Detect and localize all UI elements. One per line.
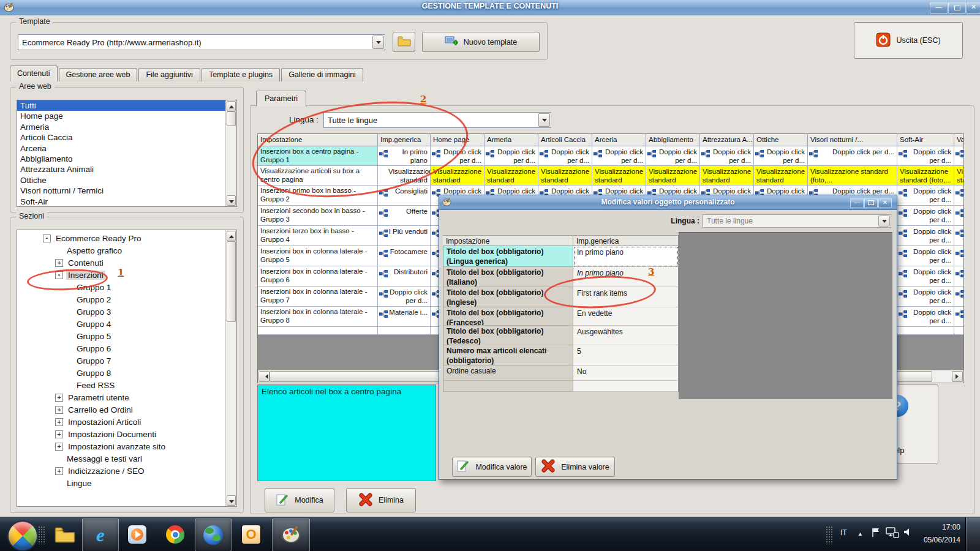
exit-button[interactable]: Uscita (ESC) — [854, 22, 963, 59]
grid-cell[interactable]: Visualizzazione standard (foto,... — [808, 166, 897, 186]
scroll-down-button[interactable] — [227, 495, 236, 506]
grid-cell[interactable]: Doppio click per d... — [954, 287, 964, 307]
grid-cell[interactable]: Doppio click per d... — [954, 206, 964, 226]
grid-row-name[interactable]: Inserzioni box a centro pagina - Gruppo … — [258, 146, 378, 166]
grid-cell[interactable]: Visualizzazione standard (foto,... — [484, 166, 538, 186]
dialog-setting-label[interactable]: Titolo del box (obbligatorio) (Lingua ge… — [443, 246, 573, 267]
tree-item-gruppo-4[interactable]: Gruppo 4 — [17, 318, 236, 330]
tab-file-aggiuntivi[interactable]: File aggiuntivi — [138, 68, 200, 81]
scroll-up-button[interactable] — [227, 231, 236, 241]
sezioni-tree[interactable]: -Ecommerce Ready ProAspetto grafico+Cont… — [17, 230, 237, 507]
template-combobox-arrow[interactable] — [372, 36, 384, 49]
taskbar-item-ie[interactable]: e — [82, 519, 119, 551]
tree-item-carrello-ed-ordini[interactable]: +Carrello ed Ordini — [17, 403, 236, 416]
expand-icon[interactable]: + — [55, 418, 63, 426]
grid-cell[interactable]: Doppio click per d... — [646, 146, 700, 166]
show-desktop-button[interactable] — [965, 517, 980, 551]
grid-column-header-arceria[interactable]: Arceria — [592, 134, 646, 146]
expand-icon[interactable]: + — [55, 394, 63, 402]
lingua-combobox-arrow[interactable] — [538, 113, 550, 127]
grid-cell[interactable]: Doppio click per d... — [484, 146, 538, 166]
grid-cell[interactable]: Doppio click per d... — [431, 146, 484, 166]
open-template-button[interactable] — [393, 32, 415, 52]
scrollbar-thumb[interactable] — [227, 111, 236, 126]
grid-cell[interactable]: Visualizzazione standard (foto,... — [592, 166, 646, 186]
dialog-setting-value[interactable]: In primo piano — [573, 246, 679, 267]
grid-cell[interactable]: Doppio click per d... — [897, 307, 954, 327]
list-item-visori-notturni-termici[interactable]: Visori notturni / Termici — [17, 186, 236, 196]
tree-item-contenuti[interactable]: +Contenuti — [17, 257, 236, 269]
dialog-setting-value[interactable]: En vedette — [573, 307, 679, 326]
expand-icon[interactable]: + — [55, 430, 63, 438]
grid-column-header-va[interactable]: Va — [954, 134, 964, 146]
grid-column-header-soft-air[interactable]: Soft-Air — [897, 134, 954, 146]
tree-item-inserzioni[interactable]: -Inserzioni — [17, 269, 236, 281]
grid-cell[interactable]: Offerte — [378, 206, 431, 226]
grid-cell[interactable]: Doppio click per d... — [897, 146, 954, 166]
tree-item-parametri-utente[interactable]: +Parametri utente — [17, 391, 236, 403]
taskbar-item-outlook[interactable]: O — [236, 519, 266, 550]
new-template-button[interactable]: Nuovo template — [422, 32, 540, 52]
tree-item-gruppo-8[interactable]: Gruppo 8 — [17, 367, 236, 379]
dialog-setting-label[interactable]: Titolo del box (obbligatorio) (Tedesco) — [443, 326, 573, 345]
dialog-lingua-combobox[interactable]: Tutte le lingue — [703, 214, 891, 228]
tab-gallerie-di-immagini[interactable]: Gallerie di immagini — [281, 68, 363, 81]
dialog-setting-label[interactable]: Ordine casuale — [443, 365, 573, 381]
grid-cell[interactable]: Doppio click per d... — [954, 226, 964, 246]
grid-cell[interactable]: Visualizzazione standard (foto,... — [431, 166, 484, 186]
grid-cell[interactable]: Doppio click per d... — [954, 246, 964, 266]
dialog-setting-label[interactable]: Titolo del box (obbligatorio) (Inglese) — [443, 287, 573, 307]
grid-cell[interactable]: Doppio click per d... — [754, 146, 808, 166]
tree-item-impostazioni-avanzate-sito[interactable]: +Impostazioni avanzate sito — [17, 440, 236, 452]
modifica-valore-button[interactable]: Modifica valore — [452, 457, 532, 477]
dialog-column-header-impostazione[interactable]: Impostazione — [443, 235, 573, 246]
grid-cell[interactable]: Doppio click per d... — [897, 266, 954, 287]
aree-web-scrollbar[interactable] — [225, 100, 236, 206]
dialog-setting-value[interactable]: Ausgewähltes — [573, 326, 679, 345]
grid-cell[interactable]: Consigliati — [378, 186, 431, 206]
grid-column-header-articoli-caccia[interactable]: Articoli Caccia — [538, 134, 592, 146]
speaker-icon[interactable] — [903, 527, 913, 539]
tree-item-feed-rss[interactable]: Feed RSS — [17, 379, 236, 391]
tree-item-indicizzazione-seo[interactable]: +Indicizzazione / SEO — [17, 465, 236, 477]
dialog-values-table[interactable]: ImpostazioneImp.genericaTitolo del box (… — [443, 235, 679, 392]
expand-icon[interactable]: + — [55, 406, 63, 414]
tree-item-gruppo-1[interactable]: Gruppo 1 — [17, 281, 236, 293]
dialog-column-header-imp-generica[interactable]: Imp.generica — [573, 235, 679, 246]
dialog-setting-value[interactable]: 5 — [573, 345, 679, 365]
grid-column-header-attrezzatura-a[interactable]: Attrezzatura A... — [700, 134, 754, 146]
tree-item-impostazioni-articoli[interactable]: +Impostazioni Articoli — [17, 416, 236, 428]
grid-cell[interactable]: Doppio click per d... — [954, 146, 964, 166]
dialog-lingua-arrow[interactable] — [878, 216, 890, 227]
grid-cell[interactable]: Visualizzazione standard (foto,... — [700, 166, 754, 186]
list-item-armeria[interactable]: Armeria — [17, 122, 236, 132]
tree-item-messaggi-e-testi-vari[interactable]: Messaggi e testi vari — [17, 452, 236, 465]
close-button[interactable]: ✕ — [967, 2, 980, 14]
grid-cell[interactable]: I Più venduti — [378, 226, 431, 246]
dialog-maximize-button[interactable] — [864, 198, 878, 208]
grid-cell[interactable]: Visualizzazione standard (foto,... — [538, 166, 592, 186]
grid-row-name[interactable]: Visualizzazione articoli su box a centro… — [258, 166, 378, 186]
tree-item-gruppo-3[interactable]: Gruppo 3 — [17, 305, 236, 318]
start-button[interactable] — [7, 520, 38, 551]
grid-cell[interactable]: Doppio click per d... — [897, 186, 954, 206]
taskbar-item-wmp[interactable] — [123, 519, 152, 550]
grid-cell[interactable]: Materiale i... — [378, 307, 431, 327]
grid-cell[interactable]: Doppio click per d... — [808, 146, 897, 166]
sezioni-scrollbar[interactable] — [225, 230, 236, 506]
modifica-button[interactable]: Modifica — [265, 488, 334, 512]
tree-item-ecommerce-ready-pro[interactable]: -Ecommerce Ready Pro — [17, 232, 236, 244]
tree-item-impostazioni-documenti[interactable]: +Impostazioni Documenti — [17, 428, 236, 440]
dialog-setting-value[interactable]: No — [573, 365, 679, 381]
restore-button[interactable] — [948, 2, 966, 14]
grid-cell[interactable]: Doppio click per d... — [897, 206, 954, 226]
list-item-home-page[interactable]: Home page — [17, 111, 236, 121]
scroll-down-button[interactable] — [227, 195, 236, 206]
expand-icon[interactable]: + — [55, 259, 63, 267]
scroll-left-button[interactable] — [258, 371, 270, 382]
grid-cell[interactable]: Doppio click per d... — [378, 287, 431, 307]
tab-template-e-plugins[interactable]: Template e plugins — [202, 68, 280, 81]
grid-column-header-home-page[interactable]: Home page — [431, 134, 484, 146]
grid-row-name[interactable]: Inserzioni box in colonna laterale - Gru… — [258, 307, 378, 327]
tree-item-gruppo-6[interactable]: Gruppo 6 — [17, 342, 236, 354]
